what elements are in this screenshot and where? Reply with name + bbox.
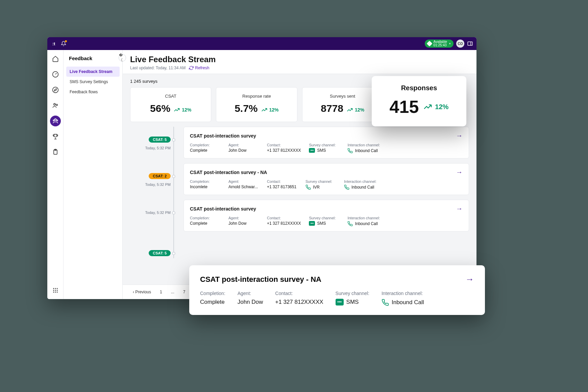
field-value: +1 327 812XXXXX: [267, 221, 301, 226]
svg-point-11: [53, 288, 54, 289]
float-survey-title: CSAT post-interaction survey - NA: [200, 275, 465, 284]
field-label: Completion:: [190, 143, 220, 147]
field-label: Contact:: [275, 291, 323, 296]
timeline-row: CSAT: 5 Today, 5:32 PM CSAT post-interac…: [130, 127, 469, 158]
icon-rail: [47, 50, 64, 299]
svg-point-13: [56, 288, 57, 289]
svg-rect-0: [468, 42, 472, 46]
field-label: Completion:: [200, 291, 225, 296]
svg-point-17: [53, 292, 54, 293]
open-survey-arrow-icon[interactable]: →: [456, 168, 463, 176]
svg-point-18: [55, 292, 56, 293]
float-responses-card: Responses 415 12%: [372, 76, 466, 126]
sidebar-item-feedback-flows[interactable]: Feedback flows: [66, 87, 120, 97]
page-number[interactable]: 1: [157, 288, 165, 296]
float-responses-value: 415: [390, 97, 419, 117]
float-responses-trend: 12%: [423, 103, 448, 111]
collapse-sidebar-button[interactable]: �《: [119, 54, 126, 62]
metric-label: Response rate: [221, 94, 292, 99]
home-icon[interactable]: [50, 53, 61, 64]
field-value: Inbound Call: [347, 221, 380, 226]
float-responses-label: Responses: [381, 84, 457, 92]
field-value: •••SMS: [336, 299, 369, 305]
svg-point-5: [56, 104, 57, 105]
field-label: Contact:: [267, 179, 297, 183]
field-label: Interaction channel:: [382, 291, 424, 296]
page-title: Live Feedback Stream: [130, 55, 469, 64]
metric-label: Surveys sent: [307, 94, 378, 99]
sidebar-item-sms-settings[interactable]: SMS Survey Settings: [66, 77, 120, 87]
field-label: Contact:: [267, 143, 301, 147]
field-value: IVR: [305, 185, 336, 190]
timeline-row: CSAT: 5: [130, 236, 469, 258]
phone-icon: [344, 185, 349, 190]
float-survey-card[interactable]: CSAT post-interaction survey - NA → Comp…: [189, 265, 485, 315]
compass-icon[interactable]: [50, 84, 61, 95]
csat-badge: CSAT: 5: [149, 250, 171, 256]
avatar[interactable]: CO: [456, 40, 464, 48]
timeline-dot-icon: [172, 138, 175, 142]
timeline-dot-icon: [172, 252, 175, 255]
status-timer: 01:25:43: [434, 44, 447, 47]
survey-card[interactable]: CSAT post-interaction survey → Completio…: [183, 200, 469, 231]
timeline-row: CSAT: 2 Today, 5:32 PM CSAT post-interac…: [130, 163, 469, 195]
metric-trend: 12%: [174, 107, 191, 113]
grid-icon[interactable]: [50, 285, 61, 296]
field-label: Completion:: [190, 179, 220, 183]
field-label: Agent:: [228, 216, 259, 220]
status-pill[interactable]: Available 01:25:43 ▾: [425, 40, 454, 48]
field-label: Survey channel:: [309, 143, 339, 147]
topbar: :t Available 01:25:43 ▾ CO: [47, 37, 476, 50]
open-survey-arrow-icon[interactable]: →: [456, 205, 463, 213]
survey-card[interactable]: CSAT post-interaction survey → Completio…: [183, 127, 469, 158]
metric-trend: 12%: [347, 107, 364, 113]
timeline-dot-icon: [172, 211, 175, 215]
sms-icon: •••: [309, 221, 315, 226]
sms-icon: •••: [309, 148, 315, 153]
svg-point-14: [53, 290, 54, 291]
field-label: Interaction channel:: [347, 143, 380, 147]
trend-up-icon: [347, 108, 353, 112]
app-logo-icon[interactable]: :t: [51, 41, 57, 47]
field-label: Completion:: [190, 216, 220, 220]
field-value: +1 327 8173651: [267, 185, 297, 189]
field-value: •••SMS: [309, 221, 339, 226]
feedback-stream: CSAT: 5 Today, 5:32 PM CSAT post-interac…: [123, 127, 476, 285]
clipboard-icon[interactable]: [50, 147, 61, 157]
metric-label: CSAT: [135, 94, 206, 99]
trend-up-icon: [174, 108, 180, 112]
field-label: Interaction channel:: [344, 179, 376, 183]
panel-toggle-icon[interactable]: [467, 41, 473, 47]
last-updated-label: Last updated: Today, 11:34 AM: [130, 66, 186, 70]
field-value: Incomlete: [190, 185, 220, 189]
refresh-icon: [189, 66, 194, 70]
field-label: Interaction channel:: [347, 216, 380, 220]
csat-badge: CSAT: 5: [149, 137, 171, 143]
field-value: Complete: [190, 221, 220, 226]
sidebar-item-live-feedback[interactable]: Live Feedback Stream: [66, 67, 120, 77]
refresh-button[interactable]: Refresh: [189, 66, 209, 70]
page-number[interactable]: 7: [180, 288, 188, 296]
sms-icon: •••: [336, 299, 344, 305]
field-label: Agent:: [238, 291, 263, 296]
prev-page-button[interactable]: ‹ Previous: [130, 288, 154, 296]
diamond-icon: [426, 41, 432, 47]
field-value: John Dow: [238, 299, 263, 305]
open-survey-arrow-icon[interactable]: →: [456, 132, 463, 140]
side-panel-title: Feedback: [66, 54, 120, 67]
metric-value: 5.7%: [235, 103, 258, 114]
svg-point-19: [56, 292, 57, 293]
survey-card[interactable]: CSAT post-interaction survey - NA → Comp…: [183, 163, 469, 195]
gauge-icon[interactable]: [50, 69, 61, 80]
field-label: Survey channel:: [305, 179, 336, 183]
svg-point-15: [55, 290, 56, 291]
team-icon[interactable]: [50, 116, 61, 126]
field-value: Complete: [200, 299, 225, 305]
users-icon[interactable]: [50, 100, 61, 111]
open-survey-arrow-icon[interactable]: →: [465, 274, 474, 285]
field-value: +1 327 812XXXXX: [275, 299, 323, 305]
side-panel: Feedback �《 Live Feedback Stream SMS Sur…: [64, 50, 123, 299]
survey-card-title: CSAT post-interaction survey: [190, 206, 456, 212]
bell-icon[interactable]: [61, 41, 66, 46]
trophy-icon[interactable]: [50, 131, 61, 142]
